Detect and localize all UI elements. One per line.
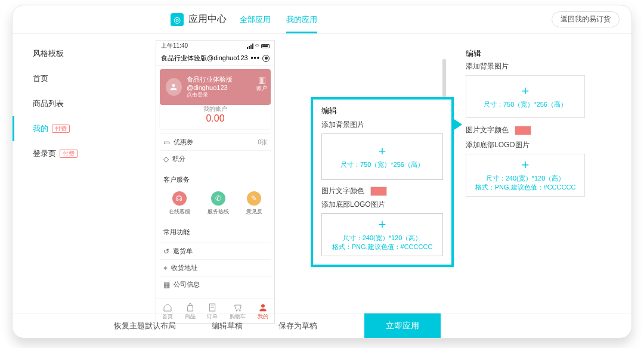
phone-status-bar: 上午11:40 ⌔	[156, 41, 274, 51]
upload-bg-box[interactable]: + 尺寸：750（宽）*256（高）	[321, 133, 443, 180]
account-card[interactable]: 我的账户 0.00	[160, 101, 271, 129]
sidebar-item-product-list[interactable]: 商品列表	[13, 91, 156, 116]
sidebar-item-mine[interactable]: 我的付费	[13, 116, 156, 141]
svc-online[interactable]: ☊在线客服	[169, 191, 190, 216]
svc-hotline[interactable]: ✆服务热线	[208, 191, 229, 216]
row-coupon[interactable]: ▭优惠券 0张	[160, 133, 271, 150]
brand-icon: ◎	[171, 13, 184, 26]
right-title: 编辑	[466, 48, 585, 59]
right-color-swatch[interactable]	[515, 126, 531, 135]
hero-card[interactable]: 食品行业体验版@dinghuo123 点击登录 ▥ 账户	[160, 69, 271, 105]
svg-point-5	[261, 304, 264, 307]
right-text-color-label: 图片文字颜色	[466, 125, 509, 135]
avatar-icon	[166, 78, 182, 96]
back-to-dinghuo-button[interactable]: 返回我的易订货	[552, 11, 620, 27]
upload-logo-box[interactable]: + 尺寸：240(宽）*120（高） 格式：PNG,建议色值：#CCCCCC	[321, 213, 443, 256]
apply-button[interactable]: 立即应用	[364, 313, 441, 338]
restore-layout-button[interactable]: 恢复主题默认布局	[96, 321, 194, 331]
sidebar-item-login[interactable]: 登录页付费	[13, 141, 156, 166]
sidebar-item-home[interactable]: 首页	[13, 66, 156, 91]
plus-icon: +	[379, 218, 386, 231]
headset-icon: ☊	[172, 191, 187, 206]
text-color-label: 图片文字颜色	[321, 186, 364, 196]
plus-icon: +	[522, 85, 530, 98]
service-title: 客户服务	[160, 172, 271, 185]
points-icon: ◇	[163, 155, 169, 163]
plus-icon: +	[379, 145, 386, 158]
row-company[interactable]: ▦公司信息	[160, 276, 271, 293]
row-address[interactable]: ⌖收货地址	[160, 259, 271, 276]
svg-point-3	[236, 310, 237, 311]
save-draft-button[interactable]: 保存为草稿	[261, 321, 335, 331]
brand-title: 应用中心	[188, 13, 227, 26]
brand: ◎ 应用中心	[171, 13, 227, 26]
svc-feedback[interactable]: ✎意见反	[246, 191, 262, 216]
common-title: 常用功能	[160, 224, 271, 238]
left-sidebar: 风格模板 首页 商品列表 我的付费 登录页付费	[13, 34, 156, 313]
bottom-bar: 恢复主题默认布局 编辑草稿 保存为草稿 立即应用	[13, 313, 631, 338]
row-returns[interactable]: ↺退货单	[160, 243, 271, 259]
list-icon	[208, 303, 217, 312]
tab-my-apps[interactable]: 我的应用	[286, 6, 317, 33]
home-icon	[163, 303, 172, 312]
bg-label: 添加背景图片	[321, 120, 443, 130]
edit-draft-button[interactable]: 编辑草稿	[194, 321, 261, 331]
wifi-icon: ⌔	[255, 42, 259, 49]
battery-icon	[261, 44, 270, 48]
pay-badge: 付费	[60, 150, 78, 158]
tab-all-apps[interactable]: 全部应用	[240, 6, 271, 33]
account-amount: 0.00	[160, 113, 271, 124]
right-upload-logo[interactable]: + 尺寸：240(宽）*120（高） 格式：PNG,建议色值：#CCCCCC	[466, 154, 585, 197]
bag-icon	[185, 303, 195, 312]
color-swatch[interactable]	[370, 187, 387, 196]
right-logo-label: 添加底部LOGO图片	[466, 140, 585, 150]
more-icon[interactable]: •••	[250, 54, 260, 63]
right-upload-bg[interactable]: + 尺寸：750（宽）*256（高）	[466, 75, 585, 118]
hero-right-icon: ▥ 账户	[256, 75, 267, 92]
row-points[interactable]: ◇积分	[160, 150, 271, 167]
sidebar-item-style-template[interactable]: 风格模板	[13, 41, 156, 66]
target-icon[interactable]	[262, 55, 270, 62]
top-bar: ◎ 应用中心 全部应用 我的应用 返回我的易订货	[13, 5, 631, 34]
svg-point-4	[239, 310, 240, 311]
coupon-icon: ▭	[163, 138, 170, 147]
phone-title-bar: 食品行业体验版@dinghuo123 •••	[156, 51, 274, 66]
plus-icon: +	[522, 159, 530, 172]
message-icon: ✎	[247, 191, 261, 206]
edit-callout: 编辑 添加背景图片 + 尺寸：750（宽）*256（高） 图片文字颜色 添加底部…	[311, 97, 454, 267]
return-icon: ↺	[163, 247, 169, 256]
signal-icon	[247, 44, 253, 49]
right-bg-label: 添加背景图片	[466, 61, 585, 72]
phone-preview: 上午11:40 ⌔ 食品行业体验版@dinghuo123 •••	[156, 34, 293, 313]
service-row: ☊在线客服 ✆服务热线 ✎意见反	[160, 188, 271, 219]
location-icon: ⌖	[163, 264, 168, 272]
phone-icon: ✆	[211, 191, 225, 206]
person-icon	[258, 303, 268, 312]
cart-icon	[233, 303, 243, 312]
pay-badge: 付费	[52, 125, 70, 133]
right-edit-panel: 编辑 添加背景图片 + 尺寸：750（宽）*256（高） 图片文字颜色 添加底部…	[466, 48, 585, 197]
logo-label: 添加底部LOGO图片	[321, 200, 443, 210]
building-icon: ▦	[163, 281, 170, 289]
callout-title: 编辑	[321, 105, 443, 116]
